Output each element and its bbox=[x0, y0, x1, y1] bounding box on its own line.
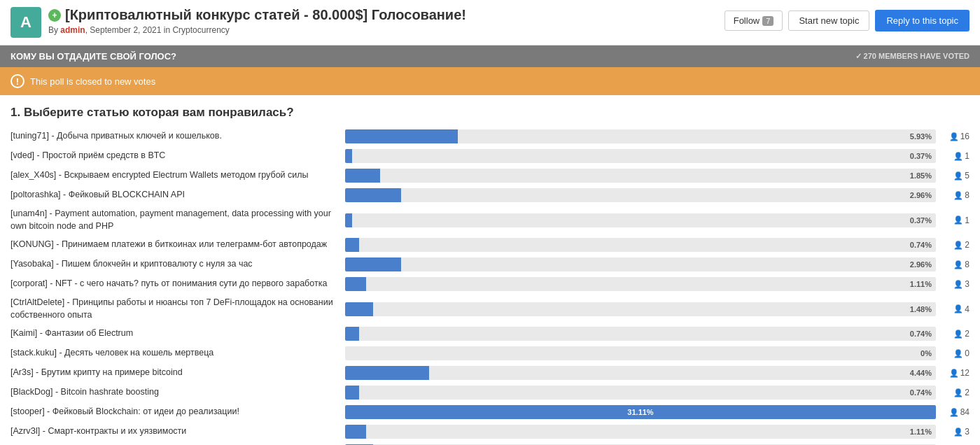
poll-option-row: [tuning71] - Добыча приватных ключей и к… bbox=[10, 129, 969, 143]
poll-bar-container: 4.44% bbox=[345, 366, 936, 380]
start-new-topic-button[interactable]: Start new topic bbox=[788, 10, 869, 31]
topic-header: A + [Криптовалютный конкурс статей - 80.… bbox=[0, 0, 980, 45]
vote-count: 👤12 bbox=[941, 368, 969, 378]
poll-option-row: [Ar3s] - Брутим крипту на примере bitcoi… bbox=[10, 366, 969, 380]
author-link[interactable]: admin bbox=[60, 25, 85, 35]
person-icon: 👤 bbox=[953, 330, 963, 339]
poll-question-header: КОМУ ВЫ ОТДАДИТЕ СВОЙ ГОЛОС? bbox=[10, 51, 176, 62]
title-area: + [Криптовалютный конкурс статей - 80.00… bbox=[48, 7, 718, 35]
person-icon: 👤 bbox=[949, 132, 959, 141]
vote-count: 👤1 bbox=[941, 151, 969, 161]
person-icon: 👤 bbox=[953, 260, 963, 269]
poll-option-row: [KONUNG] - Принимаем платежи в биткоинах… bbox=[10, 238, 969, 252]
poll-bar-container: 1.48% bbox=[345, 302, 936, 316]
poll-bar-fill bbox=[345, 386, 359, 400]
follow-count: 7 bbox=[762, 16, 774, 26]
poll-option-row: [corporat] - NFT - с чего начать? путь о… bbox=[10, 277, 969, 291]
poll-bar-container: 2.96% bbox=[345, 188, 936, 202]
person-icon: 👤 bbox=[953, 428, 963, 437]
person-icon: 👤 bbox=[953, 349, 963, 358]
poll-bar-fill bbox=[345, 366, 429, 380]
vote-number: 84 bbox=[960, 407, 969, 417]
poll-option-label: [unam4n] - Payment automation, payment m… bbox=[10, 208, 340, 232]
poll-section: КОМУ ВЫ ОТДАДИТЕ СВОЙ ГОЛОС? ✓ 270 MEMBE… bbox=[0, 45, 980, 445]
action-buttons: Follow 7 Start new topic Reply to this t… bbox=[724, 7, 969, 31]
poll-pct-label: 0.37% bbox=[910, 152, 932, 160]
poll-pct-label: 2.96% bbox=[910, 191, 932, 199]
topic-meta: By admin, September 2, 2021 in Cryptocur… bbox=[48, 25, 718, 35]
person-icon: 👤 bbox=[949, 408, 959, 417]
vote-count: 👤2 bbox=[941, 388, 969, 397]
poll-bar-container: 0.74% bbox=[345, 238, 936, 252]
person-icon: 👤 bbox=[953, 216, 963, 225]
reply-button[interactable]: Reply to this topic bbox=[875, 10, 969, 31]
poll-option-row: [CtrlAltDelete] - Принципы работы и нюан… bbox=[10, 297, 969, 321]
poll-bar-fill bbox=[345, 327, 359, 341]
vote-count: 👤8 bbox=[941, 190, 969, 200]
vote-number: 16 bbox=[960, 132, 969, 141]
poll-bar-container: 1.11% bbox=[345, 277, 936, 291]
vote-number: 4 bbox=[965, 304, 969, 314]
poll-option-label: [corporat] - NFT - с чего начать? путь о… bbox=[10, 278, 340, 290]
person-icon: 👤 bbox=[953, 304, 963, 313]
page-title: [Криптовалютный конкурс статей - 80.000$… bbox=[65, 7, 466, 23]
vote-count: 👤4 bbox=[941, 304, 969, 314]
poll-bar-container: 1.85% bbox=[345, 169, 936, 183]
poll-bar-container: 0.37% bbox=[345, 149, 936, 163]
poll-bar-fill bbox=[345, 129, 458, 143]
warning-icon: ! bbox=[10, 74, 24, 88]
poll-bar-container: 0% bbox=[345, 346, 936, 360]
vote-number: 2 bbox=[965, 388, 969, 397]
vote-count: 👤8 bbox=[941, 260, 969, 269]
poll-closed-notice: ! This poll is closed to new votes bbox=[0, 67, 980, 95]
poll-bar-container: 5.93% bbox=[345, 129, 936, 143]
poll-bar-container: 0.74% bbox=[345, 386, 936, 400]
poll-bar-container: 0.37% bbox=[345, 213, 936, 227]
poll-option-row: [AzrvЗl] - Смарт-контракты и их уязвимос… bbox=[10, 425, 969, 439]
poll-option-label: [Kaimi] - Фантазии об Electrum bbox=[10, 327, 340, 340]
poll-option-row: [unam4n] - Payment automation, payment m… bbox=[10, 208, 969, 232]
vote-count: 👤2 bbox=[941, 240, 969, 250]
person-icon: 👤 bbox=[949, 369, 959, 378]
poll-pct-label: 1.85% bbox=[910, 171, 932, 180]
poll-option-row: [Yasobaka] - Пишем блокчейн и криптовалю… bbox=[10, 257, 969, 271]
poll-option-label: [tuning71] - Добыча приватных ключей и к… bbox=[10, 130, 340, 143]
poll-option-row: [stooper] - Фейковый Blockchain: от идеи… bbox=[10, 405, 969, 419]
poll-option-label: [Yasobaka] - Пишем блокчейн и криптовалю… bbox=[10, 258, 340, 271]
poll-option-label: [Ar3s] - Брутим крипту на примере bitcoi… bbox=[10, 367, 340, 379]
vote-number: 8 bbox=[965, 260, 969, 269]
poll-option-row: [stack.kuku] - Десять человек на кошель … bbox=[10, 346, 969, 360]
vote-number: 3 bbox=[965, 279, 969, 289]
poll-pct-label: 5.93% bbox=[910, 132, 932, 141]
poll-bar-fill bbox=[345, 277, 366, 291]
follow-button[interactable]: Follow 7 bbox=[724, 10, 783, 31]
poll-bar-fill bbox=[345, 188, 401, 202]
person-icon: 👤 bbox=[953, 388, 963, 397]
poll-closed-text: This poll is closed to new votes bbox=[30, 76, 155, 87]
poll-option-row: [vded] - Простой приём средств в BTC0.37… bbox=[10, 149, 969, 163]
poll-option-label: [AzrvЗl] - Смарт-контракты и их уязвимос… bbox=[10, 425, 340, 438]
poll-option-label: [stack.kuku] - Десять человек на кошель … bbox=[10, 347, 340, 360]
poll-header: КОМУ ВЫ ОТДАДИТЕ СВОЙ ГОЛОС? ✓ 270 MEMBE… bbox=[0, 45, 980, 67]
question-title: 1. Выберите статью которая вам понравила… bbox=[10, 106, 969, 120]
poll-bar-container: 2.96% bbox=[345, 257, 936, 271]
poll-option-label: [vded] - Простой приём средств в BTC bbox=[10, 150, 340, 162]
vote-number: 1 bbox=[965, 216, 969, 225]
vote-count: 👤16 bbox=[941, 132, 969, 141]
vote-number: 8 bbox=[965, 190, 969, 200]
poll-pct-label: 0% bbox=[920, 349, 932, 358]
vote-count: 👤3 bbox=[941, 279, 969, 289]
poll-pct-label: 0.74% bbox=[910, 330, 932, 338]
poll-pct-label: 0.37% bbox=[910, 216, 932, 225]
vote-count: 👤0 bbox=[941, 348, 969, 358]
vote-count: 👤2 bbox=[941, 329, 969, 339]
poll-option-label: [stooper] - Фейковый Blockchain: от идеи… bbox=[10, 406, 340, 418]
person-icon: 👤 bbox=[953, 241, 963, 250]
poll-pct-label: 2.96% bbox=[910, 260, 932, 269]
poll-option-row: [BlackDog] - Bitcoin hashrate boosting0.… bbox=[10, 386, 969, 400]
vote-number: 2 bbox=[965, 329, 969, 339]
vote-count: 👤3 bbox=[941, 427, 969, 437]
poll-bar-fill bbox=[345, 238, 359, 252]
poll-pct-label: 4.44% bbox=[910, 369, 932, 377]
poll-option-row: [Kaimi] - Фантазии об Electrum0.74%👤2 bbox=[10, 327, 969, 341]
